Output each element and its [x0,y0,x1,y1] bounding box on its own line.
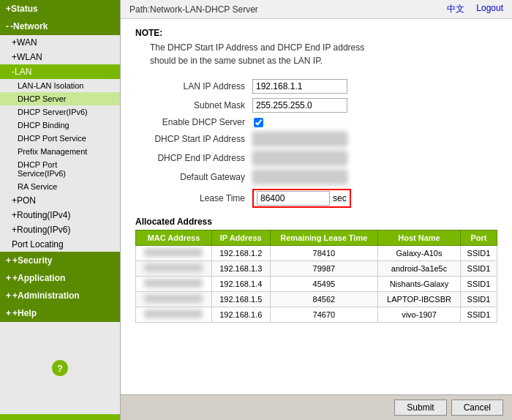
subnet-mask-input[interactable] [252,98,347,113]
sidebar-green-bar [0,414,120,420]
table-row: 192.168.1.4 45495 Nishants-Galaxy SSID1 [136,277,497,292]
sidebar-port-locating[interactable]: Port Locating [0,237,120,252]
gateway-row: Default Gateway [135,170,497,184]
cell-host: Nishants-Galaxy [378,277,461,292]
lan-ip-row: LAN IP Address [135,79,497,94]
cell-remaining: 45495 [270,277,378,292]
sidebar-dhcp-server-ipv6[interactable]: DHCP Server(IPv6) [0,105,120,119]
sidebar-lan[interactable]: -LAN [0,64,120,79]
cell-mac [136,307,212,323]
language-link[interactable]: 中文 [447,3,464,15]
enable-dhcp-row: Enable DHCP Server [135,117,497,127]
sidebar-help[interactable]: +Help [0,304,120,322]
table-title: Allocated Address [135,217,497,227]
sidebar-footer: ? [0,354,120,382]
cell-host: vivo-1907 [378,307,461,323]
enable-dhcp-checkbox[interactable] [254,118,263,127]
breadcrumb: Path:Network-LAN-DHCP Server [129,4,258,15]
cell-remaining: 74670 [270,307,378,323]
cancel-button[interactable]: Cancel [451,400,503,416]
subnet-mask-label: Subnet Mask [135,100,252,110]
cell-remaining: 79987 [270,261,378,277]
col-host: Host Name [378,230,461,246]
table-row: 192.168.1.6 74670 vivo-1907 SSID1 [136,307,497,323]
sidebar-pon[interactable]: +PON [0,193,120,208]
cell-mac [136,277,212,292]
form-section: LAN IP Address Subnet Mask Enable DHCP S… [135,79,497,208]
allocated-table: MAC Address IP Address Remaining Lease T… [135,230,497,323]
note-body: The DHCP Start IP Address and DHCP End I… [135,41,497,67]
dhcp-end-label: DHCP End IP Address [135,153,252,163]
table-section: Allocated Address MAC Address IP Address… [135,217,497,323]
cell-port: SSID1 [460,307,497,323]
lease-time-highlight: sec [252,189,351,208]
note-title: NOTE: [135,28,497,38]
col-remaining: Remaining Lease Time [270,230,378,246]
col-port: Port [460,230,497,246]
sidebar-dhcp-port-service-ipv6[interactable]: DHCP Port Service(IPv6) [0,158,120,180]
sidebar-network[interactable]: -Network [0,18,120,35]
sidebar-prefix-management[interactable]: Prefix Management [0,145,120,158]
cell-port: SSID1 [460,246,497,261]
lan-ip-label: LAN IP Address [135,81,252,91]
cell-mac [136,246,212,261]
table-row: 192.168.1.2 78410 Galaxy-A10s SSID1 [136,246,497,261]
cell-ip: 192.168.1.3 [211,261,270,277]
help-icon[interactable]: ? [52,360,68,376]
note-section: NOTE: The DHCP Start IP Address and DHCP… [135,28,497,67]
sidebar-routing-ipv6[interactable]: +Routing(IPv6) [0,222,120,237]
top-bar: Path:Network-LAN-DHCP Server 中文 Logout [121,0,512,19]
lease-time-input[interactable] [257,191,330,206]
sidebar-dhcp-server[interactable]: DHCP Server [0,92,120,105]
sidebar-status[interactable]: +Status [0,0,120,18]
lease-time-label: Lease Time [135,193,252,203]
sidebar-ra-service[interactable]: RA Service [0,180,120,193]
cell-host: LAPTOP-IBCSBR [378,292,461,307]
subnet-mask-row: Subnet Mask [135,98,497,113]
cell-remaining: 84562 [270,292,378,307]
gateway-input[interactable] [252,170,347,184]
sidebar-lan-isolation[interactable]: LAN-LAN Isolation [0,79,120,92]
main-content: NOTE: The DHCP Start IP Address and DHCP… [121,19,512,394]
table-row: 192.168.1.5 84562 LAPTOP-IBCSBR SSID1 [136,292,497,307]
dhcp-start-label: DHCP Start IP Address [135,134,252,144]
sidebar-dhcp-binding[interactable]: DHCP Binding [0,119,120,132]
logout-link[interactable]: Logout [476,3,503,15]
bottom-bar: Submit Cancel [121,394,512,420]
col-ip: IP Address [211,230,270,246]
sidebar-dhcp-port-service[interactable]: DHCP Port Service [0,132,120,145]
cell-host: android-3a1e5c [378,261,461,277]
cell-remaining: 78410 [270,246,378,261]
sidebar-application[interactable]: +Application [0,269,120,287]
sec-label: sec [333,193,347,203]
table-row: 192.168.1.3 79987 android-3a1e5c SSID1 [136,261,497,277]
submit-button[interactable]: Submit [394,400,446,416]
cell-port: SSID1 [460,277,497,292]
lease-time-row: Lease Time sec [135,189,497,208]
dhcp-end-input[interactable] [252,151,347,165]
dhcp-start-input[interactable] [252,132,347,146]
cell-ip: 192.168.1.5 [211,292,270,307]
cell-port: SSID1 [460,261,497,277]
cell-host: Galaxy-A10s [378,246,461,261]
enable-dhcp-label: Enable DHCP Server [135,117,252,127]
sidebar-wan[interactable]: +WAN [0,35,120,50]
cell-port: SSID1 [460,292,497,307]
dhcp-start-row: DHCP Start IP Address [135,132,497,146]
col-mac: MAC Address [136,230,212,246]
lan-ip-input[interactable] [252,79,347,94]
dhcp-end-row: DHCP End IP Address [135,151,497,165]
sidebar-wlan[interactable]: +WLAN [0,50,120,64]
cell-ip: 192.168.1.2 [211,246,270,261]
gateway-label: Default Gateway [135,172,252,182]
sidebar-security[interactable]: +Security [0,252,120,269]
sidebar-administration[interactable]: +Administration [0,287,120,304]
cell-ip: 192.168.1.4 [211,277,270,292]
sidebar-routing-ipv4[interactable]: +Routing(IPv4) [0,208,120,222]
cell-mac [136,261,212,277]
cell-mac [136,292,212,307]
cell-ip: 192.168.1.6 [211,307,270,323]
